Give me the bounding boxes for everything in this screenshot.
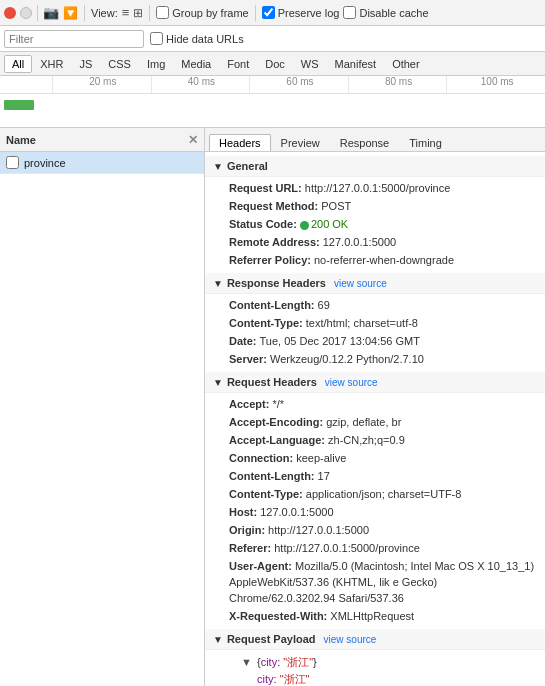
reqh-content-length: Content-Length: 17: [221, 467, 545, 485]
timeline: 20 ms 40 ms 60 ms 80 ms 100 ms: [0, 76, 545, 128]
tab-preview[interactable]: Preview: [271, 134, 330, 151]
section-payload-title: Request Payload: [227, 633, 316, 645]
view-list-icon[interactable]: ≡: [122, 5, 130, 20]
section-payload-header[interactable]: ▼ Request Payload view source: [205, 629, 545, 650]
section-request-headers-header[interactable]: ▼ Request Headers view source: [205, 372, 545, 393]
preserve-log-text: Preserve log: [278, 7, 340, 19]
filter-input[interactable]: [4, 30, 144, 48]
status-dot: [300, 221, 309, 230]
tab-js[interactable]: JS: [71, 55, 100, 73]
view-label: View:: [91, 7, 118, 19]
tab-other[interactable]: Other: [384, 55, 428, 73]
detail-tabs: Headers Preview Response Timing: [205, 128, 545, 152]
general-row-method: Request Method: POST: [221, 197, 545, 215]
detail-panel: Headers Preview Response Timing ▼ Genera…: [205, 128, 545, 686]
section-reqh-body: Accept: */* Accept-Encoding: gzip, defla…: [205, 393, 545, 629]
request-list-header: Name ✕: [0, 128, 204, 152]
hide-data-urls-text: Hide data URLs: [166, 33, 244, 45]
section-rh-title: Response Headers: [227, 277, 326, 289]
reqh-user-agent: User-Agent: Mozilla/5.0 (Macintosh; Inte…: [221, 557, 545, 607]
tab-manifest[interactable]: Manifest: [327, 55, 385, 73]
disable-cache-label[interactable]: Disable cache: [343, 6, 428, 19]
timeline-mark-60: 60 ms: [249, 76, 348, 93]
timeline-mark-80: 80 ms: [348, 76, 447, 93]
group-by-frame-text: Group by frame: [172, 7, 248, 19]
toolbar-sep2: [84, 5, 85, 21]
main-panel: Name ✕ province Headers Preview Response…: [0, 128, 545, 686]
type-bar: All XHR JS CSS Img Media Font Doc WS Man…: [0, 52, 545, 76]
reqh-connection: Connection: keep-alive: [221, 449, 545, 467]
request-list: Name ✕ province: [0, 128, 205, 686]
request-item-name: province: [24, 157, 66, 169]
tab-media[interactable]: Media: [173, 55, 219, 73]
payload-view-source[interactable]: view source: [324, 634, 377, 645]
tab-response[interactable]: Response: [330, 134, 400, 151]
timeline-ruler: 20 ms 40 ms 60 ms 80 ms 100 ms: [0, 76, 545, 94]
section-general-body: Request URL: http://127.0.0.1:5000/provi…: [205, 177, 545, 273]
section-payload-body: ▼ {city: "浙江"} city: "浙江": [205, 650, 545, 686]
hide-data-urls-checkbox[interactable]: [150, 32, 163, 45]
tab-ws[interactable]: WS: [293, 55, 327, 73]
reqh-origin: Origin: http://127.0.0.1:5000: [221, 521, 545, 539]
reqh-host: Host: 127.0.0.1:5000: [221, 503, 545, 521]
group-by-frame-checkbox[interactable]: [156, 6, 169, 19]
reqh-x-requested-with: X-Requested-With: XMLHttpRequest: [221, 607, 545, 625]
reqh-accept: Accept: */*: [221, 395, 545, 413]
request-item[interactable]: province: [0, 152, 204, 174]
rh-content-length: Content-Length: 69: [221, 296, 545, 314]
section-reqh-title: Request Headers: [227, 376, 317, 388]
tab-timing[interactable]: Timing: [399, 134, 452, 151]
section-rh-body: Content-Length: 69 Content-Type: text/ht…: [205, 294, 545, 372]
section-general-header[interactable]: ▼ General: [205, 156, 545, 177]
timeline-mark-40: 40 ms: [151, 76, 250, 93]
disable-cache-checkbox[interactable]: [343, 6, 356, 19]
rh-view-source[interactable]: view source: [334, 278, 387, 289]
request-item-checkbox[interactable]: [6, 156, 19, 169]
rh-server: Server: Werkzeug/0.12.2 Python/2.7.10: [221, 350, 545, 368]
tab-xhr[interactable]: XHR: [32, 55, 71, 73]
general-row-status: Status Code: 200 OK: [221, 215, 545, 233]
reqh-view-source[interactable]: view source: [325, 377, 378, 388]
toolbar-sep3: [149, 5, 150, 21]
reqh-accept-encoding: Accept-Encoding: gzip, deflate, br: [221, 413, 545, 431]
camera-icon[interactable]: 📷: [43, 5, 59, 20]
group-by-frame-label[interactable]: Group by frame: [156, 6, 248, 19]
timeline-bar: [4, 100, 34, 110]
payload-tree: ▼ {city: "浙江"} city: "浙江": [221, 652, 545, 686]
section-general-arrow: ▼: [213, 161, 223, 172]
view-grid-icon[interactable]: ⊞: [133, 6, 143, 20]
close-panel-button[interactable]: ✕: [188, 133, 198, 147]
record-button[interactable]: [4, 7, 16, 19]
tab-font[interactable]: Font: [219, 55, 257, 73]
timeline-mark-20: 20 ms: [52, 76, 151, 93]
section-reqh-arrow: ▼: [213, 377, 223, 388]
rh-content-type: Content-Type: text/html; charset=utf-8: [221, 314, 545, 332]
timeline-mark-100: 100 ms: [446, 76, 545, 93]
disable-cache-text: Disable cache: [359, 7, 428, 19]
reqh-accept-language: Accept-Language: zh-CN,zh;q=0.9: [221, 431, 545, 449]
name-column-header: Name: [6, 134, 36, 146]
toolbar-sep: [37, 5, 38, 21]
preserve-log-label[interactable]: Preserve log: [262, 6, 340, 19]
toolbar-sep4: [255, 5, 256, 21]
tab-all[interactable]: All: [4, 55, 32, 73]
section-payload-arrow: ▼: [213, 634, 223, 645]
filter-icon[interactable]: 🔽: [63, 6, 78, 20]
rh-date: Date: Tue, 05 Dec 2017 13:04:56 GMT: [221, 332, 545, 350]
general-row-url: Request URL: http://127.0.0.1:5000/provi…: [221, 179, 545, 197]
general-row-remote: Remote Address: 127.0.0.1:5000: [221, 233, 545, 251]
detail-content: ▼ General Request URL: http://127.0.0.1:…: [205, 152, 545, 686]
tab-img[interactable]: Img: [139, 55, 173, 73]
tab-doc[interactable]: Doc: [257, 55, 293, 73]
section-general-title: General: [227, 160, 268, 172]
stop-button[interactable]: [20, 7, 32, 19]
filter-bar: Hide data URLs: [0, 26, 545, 52]
section-response-headers-header[interactable]: ▼ Response Headers view source: [205, 273, 545, 294]
payload-tree-arrow: ▼: [241, 656, 252, 668]
preserve-log-checkbox[interactable]: [262, 6, 275, 19]
tab-css[interactable]: CSS: [100, 55, 139, 73]
tab-headers[interactable]: Headers: [209, 134, 271, 151]
reqh-referer: Referer: http://127.0.0.1:5000/province: [221, 539, 545, 557]
hide-data-urls-label[interactable]: Hide data URLs: [150, 32, 244, 45]
reqh-content-type: Content-Type: application/json; charset=…: [221, 485, 545, 503]
